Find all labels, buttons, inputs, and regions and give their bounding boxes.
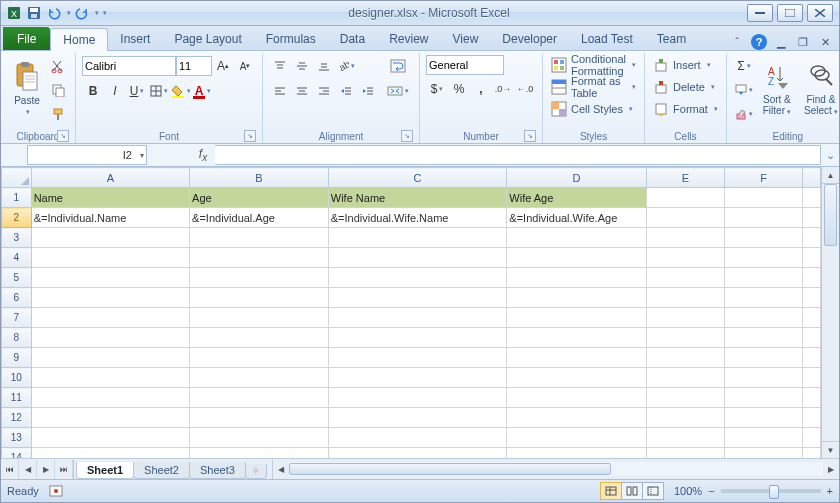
cell[interactable] xyxy=(803,188,821,208)
undo-dropdown[interactable]: ▾ xyxy=(67,9,71,17)
number-format-select[interactable] xyxy=(426,55,504,75)
scroll-down-icon[interactable]: ▼ xyxy=(822,441,839,458)
tab-developer[interactable]: Developer xyxy=(490,28,569,50)
close-button[interactable] xyxy=(807,4,833,22)
autosum-icon[interactable]: Σ▾ xyxy=(733,55,755,77)
zoom-slider[interactable] xyxy=(721,489,821,493)
save-icon[interactable] xyxy=(25,4,43,22)
copy-icon[interactable] xyxy=(47,79,69,101)
fill-icon[interactable]: ▾ xyxy=(733,79,755,101)
increase-decimal-icon[interactable]: .0→ xyxy=(492,78,514,100)
row-header[interactable]: 5 xyxy=(2,268,32,288)
sheet-nav-first-icon[interactable]: ⏮ xyxy=(1,460,19,479)
scroll-right-icon[interactable]: ▶ xyxy=(823,460,839,479)
col-header[interactable]: A xyxy=(31,168,189,188)
row-header[interactable]: 12 xyxy=(2,408,32,428)
scroll-thumb[interactable] xyxy=(824,184,837,246)
row-header[interactable]: 9 xyxy=(2,348,32,368)
paste-button[interactable]: Paste ▾ xyxy=(7,55,47,121)
doc-minimize-icon[interactable]: ▁ xyxy=(773,34,789,50)
comma-format-icon[interactable]: , xyxy=(470,78,492,100)
format-as-table-button[interactable]: Format as Table▾ xyxy=(549,77,638,97)
cell[interactable] xyxy=(646,188,724,208)
row-header[interactable]: 6 xyxy=(2,288,32,308)
col-header[interactable]: D xyxy=(507,168,646,188)
row-header[interactable]: 10 xyxy=(2,368,32,388)
sheet-nav-next-icon[interactable]: ▶ xyxy=(37,460,55,479)
cell[interactable]: Name xyxy=(31,188,189,208)
border-icon[interactable]: ▾ xyxy=(148,80,170,102)
col-header[interactable]: B xyxy=(190,168,329,188)
scroll-left-icon[interactable]: ◀ xyxy=(273,460,289,479)
expand-formula-bar-icon[interactable]: ⌄ xyxy=(821,149,839,162)
help-icon[interactable]: ? xyxy=(751,34,767,50)
row-header[interactable]: 7 xyxy=(2,308,32,328)
align-left-icon[interactable] xyxy=(269,80,291,102)
decrease-decimal-icon[interactable]: ←.0 xyxy=(514,78,536,100)
cell[interactable]: Wife Age xyxy=(507,188,646,208)
minimize-button[interactable] xyxy=(747,4,773,22)
scroll-up-icon[interactable]: ▲ xyxy=(822,167,839,184)
row-header[interactable]: 2 xyxy=(2,208,32,228)
maximize-button[interactable] xyxy=(777,4,803,22)
cell[interactable]: &=Individual.Wife.Name xyxy=(328,208,507,228)
underline-button[interactable]: U▾ xyxy=(126,80,148,102)
sheet-tab[interactable]: Sheet2 xyxy=(133,462,190,479)
paste-dropdown[interactable]: ▾ xyxy=(26,108,30,116)
merge-center-icon[interactable]: ▾ xyxy=(383,80,413,102)
sheet-nav-prev-icon[interactable]: ◀ xyxy=(19,460,37,479)
italic-button[interactable]: I xyxy=(104,80,126,102)
qat-customize[interactable]: ▾ xyxy=(103,9,107,17)
col-header[interactable]: E xyxy=(646,168,724,188)
find-select-button[interactable]: Find & Select▾ xyxy=(799,55,840,121)
cell-styles-button[interactable]: Cell Styles▾ xyxy=(549,99,638,119)
font-size-select[interactable] xyxy=(176,56,212,76)
zoom-in-icon[interactable]: + xyxy=(827,485,833,497)
insert-cells-button[interactable]: Insert▾ xyxy=(651,55,720,75)
row-header[interactable]: 8 xyxy=(2,328,32,348)
cell[interactable]: &=Individual.Age xyxy=(190,208,329,228)
clipboard-dialog-icon[interactable]: ↘ xyxy=(57,130,69,142)
sheet-tab[interactable]: Sheet1 xyxy=(76,462,134,479)
worksheet-grid[interactable]: A B C D E F 1 Name Age Wife Name Wife Ag… xyxy=(1,167,821,458)
col-header[interactable]: C xyxy=(328,168,507,188)
row-header[interactable]: 13 xyxy=(2,428,32,448)
tab-insert[interactable]: Insert xyxy=(108,28,162,50)
row-header[interactable]: 3 xyxy=(2,228,32,248)
align-bottom-icon[interactable] xyxy=(313,55,335,77)
zoom-out-icon[interactable]: − xyxy=(708,485,714,497)
increase-indent-icon[interactable] xyxy=(357,80,379,102)
alignment-dialog-icon[interactable]: ↘ xyxy=(401,130,413,142)
shrink-font-icon[interactable]: A▾ xyxy=(234,55,256,77)
cell[interactable] xyxy=(724,208,802,228)
fx-icon[interactable]: fx xyxy=(191,147,215,163)
doc-close-icon[interactable]: ✕ xyxy=(817,34,833,50)
tab-review[interactable]: Review xyxy=(377,28,440,50)
page-break-view-icon[interactable] xyxy=(642,482,664,500)
col-header[interactable]: F xyxy=(724,168,802,188)
undo-icon[interactable] xyxy=(45,4,63,22)
sort-filter-button[interactable]: AZ Sort & Filter▾ xyxy=(755,55,799,121)
vertical-scrollbar[interactable]: ▲ ▼ xyxy=(821,167,839,458)
align-right-icon[interactable] xyxy=(313,80,335,102)
doc-restore-icon[interactable]: ❐ xyxy=(795,34,811,50)
name-box[interactable]: I2 xyxy=(27,145,147,165)
font-dialog-icon[interactable]: ↘ xyxy=(244,130,256,142)
percent-format-icon[interactable]: % xyxy=(448,78,470,100)
row-header[interactable]: 1 xyxy=(2,188,32,208)
new-sheet-icon[interactable]: ✧ xyxy=(245,464,267,479)
cell[interactable]: Wife Name xyxy=(328,188,507,208)
redo-icon[interactable] xyxy=(73,4,91,22)
font-name-select[interactable] xyxy=(82,56,176,76)
delete-cells-button[interactable]: Delete▾ xyxy=(651,77,720,97)
grow-font-icon[interactable]: A▴ xyxy=(212,55,234,77)
cell[interactable] xyxy=(646,208,724,228)
conditional-formatting-button[interactable]: Conditional Formatting▾ xyxy=(549,55,638,75)
clear-icon[interactable]: ▾ xyxy=(733,103,755,125)
align-top-icon[interactable] xyxy=(269,55,291,77)
number-dialog-icon[interactable]: ↘ xyxy=(524,130,536,142)
cell[interactable]: &=Individual.Name xyxy=(31,208,189,228)
cell[interactable] xyxy=(803,208,821,228)
tab-data[interactable]: Data xyxy=(328,28,377,50)
redo-dropdown[interactable]: ▾ xyxy=(95,9,99,17)
